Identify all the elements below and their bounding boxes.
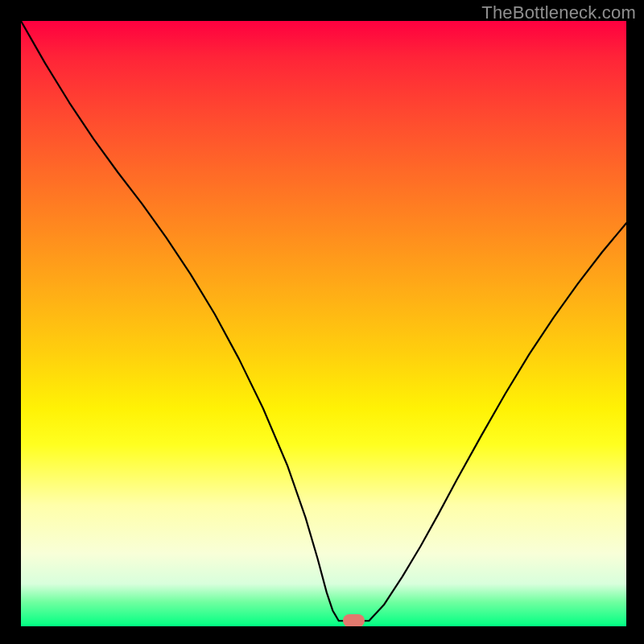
- plot-area: [21, 21, 626, 626]
- chart-frame: TheBottleneck.com: [0, 0, 644, 644]
- bottleneck-curve: [21, 21, 626, 626]
- curve-path: [21, 21, 626, 621]
- watermark-text: TheBottleneck.com: [481, 2, 636, 23]
- optimal-marker: [343, 614, 365, 626]
